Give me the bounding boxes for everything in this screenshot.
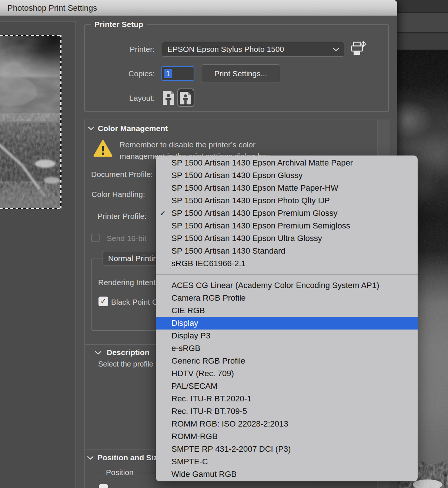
profile-menu-item-label: sRGB IEC61966-2.1	[171, 259, 246, 268]
profile-menu-item[interactable]: SMPTE RP 431-2-2007 DCI (P3)	[156, 443, 418, 455]
profile-menu-item[interactable]: ACES CG Linear (Academy Color Encoding S…	[156, 279, 418, 292]
printer-select[interactable]: EPSON Epson Stylus Photo 1500	[162, 42, 344, 57]
profile-menu-item-label: e-sRGB	[171, 344, 200, 353]
printer-setup-title: Printer Setup	[91, 20, 147, 29]
profile-menu-item[interactable]: e-sRGB	[156, 342, 418, 355]
layout-landscape-button[interactable]	[177, 88, 194, 107]
profile-menu-item[interactable]: SP 1500 Artisan 1430 Standard	[156, 245, 418, 257]
profile-menu-item-label: SP 1500 Artisan 1430 Epson Premium Gloss…	[171, 208, 337, 218]
profile-menu-item[interactable]: CIE RGB	[156, 304, 418, 317]
printer-select-value: EPSON Epson Stylus Photo 1500	[167, 42, 284, 56]
selection-ants-top	[0, 35, 61, 36]
dialog-titlebar[interactable]: Photoshop Print Settings	[0, 0, 397, 16]
chevron-down-icon[interactable]	[87, 456, 94, 460]
profile-menu-item-label: ROMM-RGB	[171, 432, 218, 441]
profile-menu-item-label: SP 1500 Artisan 1430 Epson Matte Paper-H…	[171, 183, 338, 193]
profile-menu-item-label: Rec. ITU-R BT.709-5	[171, 407, 247, 416]
profile-menu-item[interactable]: SP 1500 Artisan 1430 Epson Photo Qlty IJ…	[156, 194, 418, 207]
profile-menu-item-label: CIE RGB	[171, 306, 205, 315]
color-management-title[interactable]: Color Management	[98, 124, 168, 133]
profile-menu-item-label: Camera RGB Profile	[171, 293, 246, 303]
profile-menu-item-label: Generic RGB Profile	[171, 356, 245, 365]
profile-menu-item-label: SP 1500 Artisan 1430 Epson Premium Semig…	[171, 221, 350, 230]
printer-profile-label: Printer Profile:	[97, 212, 147, 221]
chevron-down-icon[interactable]	[88, 126, 94, 131]
profile-menu-item-label: SMPTE RP 431-2-2007 DCI (P3)	[171, 444, 291, 454]
menu-separator	[156, 274, 418, 275]
background-tab-bar	[392, 34, 448, 50]
profile-menu-item[interactable]: Rec. ITU-R BT.709-5	[156, 405, 418, 418]
warning-text-line1: Remember to disable the printer’s color	[120, 140, 255, 149]
profile-menu-item[interactable]: SP 1500 Artisan 1430 Epson Premium Semig…	[156, 220, 418, 232]
profile-menu-item[interactable]: sRGB IEC61966-2.1	[156, 257, 418, 270]
position-group-label: Position	[103, 468, 137, 477]
printer-icon[interactable]	[350, 41, 368, 58]
profile-menu-item-label: Wide Gamut RGB	[171, 469, 237, 479]
chevron-down-icon	[333, 48, 339, 52]
layout-landscape-icon	[180, 91, 192, 105]
profile-menu-item[interactable]: SP 1500 Artisan 1430 Epson Archival Matt…	[156, 157, 418, 169]
background-app-bar	[392, 0, 448, 13]
profile-menu-item-label: Rec. ITU-R BT.2020-1	[171, 394, 251, 403]
send-16bit-label: Send 16-bit	[107, 234, 146, 243]
profile-menu-item[interactable]: ROMM-RGB	[156, 430, 418, 443]
selection-ants-right	[60, 35, 61, 209]
position-and-size-title[interactable]: Position and Size	[97, 453, 162, 462]
copies-label: Copies:	[85, 69, 155, 78]
profile-menu-item[interactable]: ✓SP 1500 Artisan 1430 Epson Premium Glos…	[156, 207, 418, 220]
profile-menu-item-label: SP 1500 Artisan 1430 Epson Photo Qlty IJ…	[171, 196, 330, 205]
profile-menu-item-label: Display P3	[171, 331, 210, 340]
warning-icon	[93, 140, 113, 158]
profile-menu-item[interactable]: Generic RGB Profile	[156, 355, 418, 367]
profile-menu-item-label: SMPTE-C	[171, 457, 208, 466]
profile-menu-item[interactable]: Display	[156, 317, 418, 330]
profile-menu-item-label: SP 1500 Artisan 1430 Standard	[171, 246, 285, 255]
profile-menu-item-label: SP 1500 Artisan 1430 Epson Archival Matt…	[171, 158, 353, 167]
selection-ants-bottom	[0, 208, 61, 209]
profile-menu-item[interactable]: Rec. ITU-R BT.2020-1	[156, 392, 418, 405]
checkmark-icon: ✓	[160, 207, 170, 220]
profile-menu-item[interactable]: ROMM RGB: ISO 22028-2:2013	[156, 418, 418, 430]
checkmark-icon: ✓	[100, 297, 106, 305]
background-options-bar	[392, 13, 448, 33]
printer-label: Printer:	[85, 45, 155, 54]
chevron-down-icon[interactable]	[95, 351, 101, 355]
profile-menu-item[interactable]: PAL/SECAM	[156, 380, 418, 392]
profile-menu-item-label: ACES CG Linear (Academy Color Encoding S…	[171, 281, 379, 290]
profile-menu-item[interactable]: SMPTE-C	[156, 455, 418, 468]
rendering-intent-label: Rendering Intent:	[98, 278, 158, 287]
profile-menu-item-label: Display	[171, 318, 198, 328]
profile-menu-item[interactable]: SP 1500 Artisan 1430 Epson Glossy	[156, 169, 418, 182]
copies-input[interactable]: 1	[161, 66, 194, 81]
dialog-title: Photoshop Print Settings	[7, 0, 97, 16]
profile-menu-item-label: SP 1500 Artisan 1430 Epson Glossy	[171, 171, 302, 180]
profile-menu-item-label: SP 1500 Artisan 1430 Epson Ultra Glossy	[171, 234, 322, 243]
profile-menu-item[interactable]: SP 1500 Artisan 1430 Epson Matte Paper-H…	[156, 182, 418, 194]
profile-menu-item[interactable]: Wide Gamut RGB	[156, 468, 418, 481]
document-profile-label: Document Profile:	[91, 170, 153, 179]
description-text: Select the profile	[98, 360, 153, 368]
profile-menu-item-label: PAL/SECAM	[171, 381, 217, 391]
black-point-checkbox[interactable]: ✓	[98, 297, 108, 306]
send-16bit-checkbox[interactable]	[91, 234, 100, 242]
printer-profile-menu: SP 1500 Artisan 1430 Epson Archival Matt…	[156, 156, 418, 481]
profile-menu-item[interactable]: Camera RGB Profile	[156, 292, 418, 304]
profile-menu-item-label: ROMM RGB: ISO 22028-2:2013	[171, 419, 288, 428]
color-handling-label: Color Handling:	[91, 190, 145, 199]
layout-portrait-icon[interactable]	[162, 90, 175, 106]
print-settings-button[interactable]: Print Settings...	[201, 64, 280, 83]
profile-menu-item[interactable]: HDTV (Rec. 709)	[156, 367, 418, 380]
center-checkbox[interactable]	[99, 484, 108, 488]
profile-menu-item-label: HDTV (Rec. 709)	[171, 369, 234, 378]
profile-menu-item[interactable]: Display P3	[156, 330, 418, 342]
description-title[interactable]: Description	[107, 348, 150, 357]
copies-value: 1	[164, 69, 172, 78]
print-preview-photo	[0, 36, 60, 208]
profile-menu-item[interactable]: SP 1500 Artisan 1430 Epson Ultra Glossy	[156, 232, 418, 245]
print-settings-button-label: Print Settings...	[214, 69, 267, 78]
screen: Photoshop Print Settings	[0, 0, 448, 488]
print-mode-value: Normal Printing	[108, 251, 162, 265]
layout-label: Layout:	[85, 94, 155, 103]
